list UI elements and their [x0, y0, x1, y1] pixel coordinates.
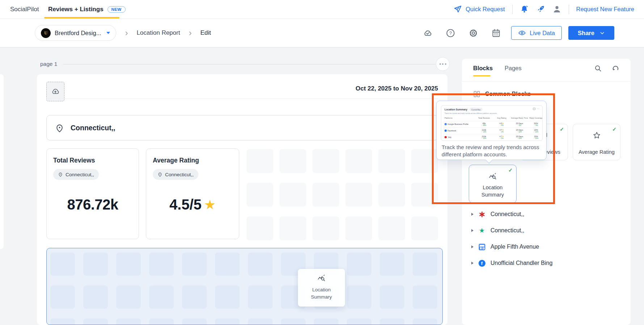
breadcrumb-edit: Edit	[200, 29, 211, 37]
request-new-feature-link[interactable]: Request New Feature	[576, 6, 635, 13]
help-icon[interactable]: ?	[446, 28, 455, 38]
block-average-rating[interactable]: ✓ Average Rating	[573, 124, 620, 160]
ghost-label-line1: Location	[298, 286, 345, 294]
placeholder-block	[247, 216, 273, 240]
placeholder-block	[83, 253, 108, 276]
placeholder-block	[215, 253, 240, 276]
common-blocks-label: Common Blocks	[485, 91, 531, 97]
placeholder-block	[247, 149, 273, 173]
block-location-summary[interactable]: ✓ Location Summary	[469, 165, 517, 203]
account-selector[interactable]: U Brentford Desig...	[35, 25, 116, 41]
common-blocks-heading: Common Blocks	[473, 90, 531, 98]
new-badge: NEW	[108, 6, 126, 13]
map-pin-icon	[157, 172, 163, 177]
tab-blocks[interactable]: Blocks	[473, 65, 493, 72]
breadcrumb-location-report[interactable]: Location Report	[136, 29, 180, 37]
average-rating-card[interactable]: Average Rating Connecticut,, 4.5/5 ★	[146, 148, 239, 239]
expand-caret-icon[interactable]	[471, 229, 473, 232]
location-item-trustpilot-connecticut[interactable]: ★ Connecticut,,	[471, 226, 524, 235]
placeholder-block	[248, 318, 273, 325]
account-name: Brentford Desig...	[55, 30, 101, 37]
location-name: Apple Fifth Avenue	[491, 244, 539, 250]
location-summary-preview-thumbnail: Location Summary Crystal Bay ⋯ Track the…	[441, 105, 543, 141]
yelp-icon	[478, 211, 485, 218]
placeholder-block	[347, 286, 371, 309]
notifications-bell-icon[interactable]	[520, 5, 529, 14]
quick-request-link[interactable]: Quick Request	[453, 5, 505, 14]
facebook-icon: f	[478, 259, 485, 267]
placeholder-block	[378, 183, 405, 207]
preview-subtitle: Track the review and reply trends across…	[445, 113, 497, 114]
placeholder-block	[413, 318, 437, 325]
map-pin-icon	[55, 123, 64, 133]
settings-gear-icon[interactable]	[468, 28, 478, 38]
reset-loop-icon[interactable]	[611, 64, 620, 73]
more-options-icon: ⋯	[537, 108, 539, 110]
expand-caret-icon[interactable]	[471, 262, 473, 265]
expand-caret-icon[interactable]	[471, 245, 473, 248]
placeholder-block	[314, 318, 338, 325]
brand-logo[interactable]: SocialPilot	[10, 0, 39, 18]
profile-icon[interactable]	[552, 5, 561, 14]
eye-icon	[518, 29, 526, 37]
map-pin-icon	[58, 172, 63, 177]
location-summary-drop-target[interactable]: Location Summary	[46, 248, 443, 325]
placeholder-block	[149, 318, 174, 325]
live-data-label: Live Data	[530, 30, 555, 37]
preview-col-header: Platforms	[445, 117, 453, 119]
layout-icon	[533, 108, 535, 110]
placeholder-block	[411, 183, 438, 207]
star-outline-icon	[573, 131, 620, 140]
placeholder-block	[182, 318, 207, 325]
location-summary-drag-ghost: Location Summary	[298, 269, 345, 307]
expand-caret-icon[interactable]	[471, 213, 473, 216]
placeholder-block	[312, 149, 339, 173]
tooltip-description: Track the review and reply trends across…	[442, 144, 541, 158]
placeholder-block	[413, 286, 437, 309]
svg-text:G: G	[483, 247, 484, 249]
breadcrumb-chevron-icon: ›	[189, 29, 191, 37]
page-more-options-button[interactable]	[436, 57, 450, 71]
search-icon[interactable]	[594, 64, 602, 73]
divider	[462, 81, 631, 81]
rocket-icon[interactable]	[536, 5, 545, 14]
total-reviews-card[interactable]: Total Reviews Connecticut,, 876.72k	[46, 148, 139, 239]
blocks-sidebar: Blocks Pages Common Blocks ✓ Total Revie…	[462, 59, 631, 325]
placeholder-block	[83, 286, 108, 309]
placeholder-block	[380, 253, 404, 276]
preview-location-badge: Crystal Bay	[470, 108, 483, 111]
location-item-yelp-connecticut[interactable]: Connecticut,,	[471, 210, 524, 219]
tab-pages[interactable]: Pages	[505, 65, 522, 72]
live-data-button[interactable]: Live Data	[511, 26, 562, 40]
placeholder-block	[116, 286, 141, 309]
report-canvas: Oct 22, 2025 to Nov 20, 2025 Connecticut…	[37, 74, 447, 325]
cloud-upload-icon	[51, 87, 60, 96]
average-rating-value-row: 4.5/5 ★	[146, 197, 239, 213]
placeholder-block	[215, 286, 240, 309]
placeholder-block	[347, 253, 371, 276]
header-action-icons: ?	[423, 28, 501, 38]
divider	[569, 5, 569, 14]
location-name: Unofficial Chandler Bing	[491, 260, 552, 266]
placeholder-block	[248, 286, 273, 309]
cloud-saved-icon[interactable]	[423, 28, 433, 38]
preview-col-header: Avg Rating	[497, 117, 506, 119]
active-tab-underline	[473, 75, 491, 76]
preview-col-header: Average Reply Time	[511, 117, 528, 119]
placeholder-block	[378, 149, 405, 173]
active-tab-underline	[44, 17, 119, 18]
tab-reviews-listings[interactable]: Reviews + Listings NEW	[48, 0, 126, 18]
location-item-unofficial-chandler-bing[interactable]: f Unofficial Chandler Bing	[471, 258, 552, 268]
location-item-apple-fifth-avenue[interactable]: G Apple Fifth Avenue	[471, 242, 539, 252]
star-icon: ★	[204, 198, 216, 211]
location-header-block[interactable]: Connecticut,,	[46, 115, 438, 140]
share-button[interactable]: Share	[568, 26, 614, 40]
google-business-profile-icon: G	[478, 243, 485, 250]
tab-label: Reviews + Listings	[48, 6, 104, 13]
placeholder-block	[380, 286, 404, 309]
page-label: page 1	[40, 61, 57, 67]
calendar-icon[interactable]	[491, 28, 501, 38]
location-pill-label: Connecticut,,	[66, 172, 94, 177]
ghost-label-line2: Summary	[298, 294, 345, 301]
placeholder-block	[345, 149, 372, 173]
